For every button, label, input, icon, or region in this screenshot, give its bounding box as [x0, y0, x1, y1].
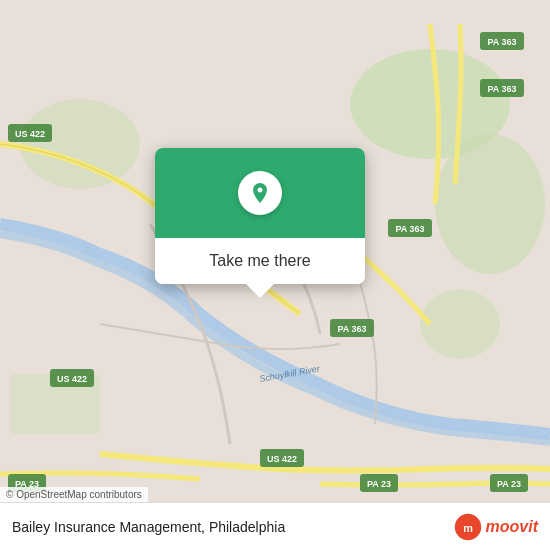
svg-text:PA 363: PA 363: [395, 224, 424, 234]
svg-text:US 422: US 422: [57, 374, 87, 384]
take-me-there-button[interactable]: Take me there: [155, 238, 365, 284]
moovit-icon: m: [454, 513, 482, 541]
svg-point-2: [435, 134, 545, 274]
map-container: Schuylkill River US 422 PA 363 PA 363: [0, 0, 550, 550]
moovit-logo: m moovit: [454, 513, 538, 541]
svg-text:PA 23: PA 23: [367, 479, 391, 489]
location-text: Bailey Insurance Management, Philadelphi…: [12, 519, 285, 535]
pin-icon-container: [238, 171, 282, 215]
map-attribution: © OpenStreetMap contributors: [0, 487, 148, 502]
popup-green-area: [155, 148, 365, 238]
svg-text:US 422: US 422: [15, 129, 45, 139]
svg-point-4: [20, 99, 140, 189]
popup-arrow: [246, 284, 274, 298]
svg-text:US 422: US 422: [267, 454, 297, 464]
svg-text:PA 23: PA 23: [497, 479, 521, 489]
svg-text:PA 363: PA 363: [487, 37, 516, 47]
attribution-text: © OpenStreetMap contributors: [6, 489, 142, 500]
info-bar: Bailey Insurance Management, Philadelphi…: [0, 502, 550, 550]
svg-point-3: [420, 289, 500, 359]
popup-card: Take me there: [155, 148, 365, 284]
svg-text:PA 363: PA 363: [337, 324, 366, 334]
svg-text:m: m: [463, 521, 473, 533]
location-pin-icon: [248, 181, 272, 205]
svg-text:PA 363: PA 363: [487, 84, 516, 94]
moovit-text: moovit: [486, 518, 538, 536]
